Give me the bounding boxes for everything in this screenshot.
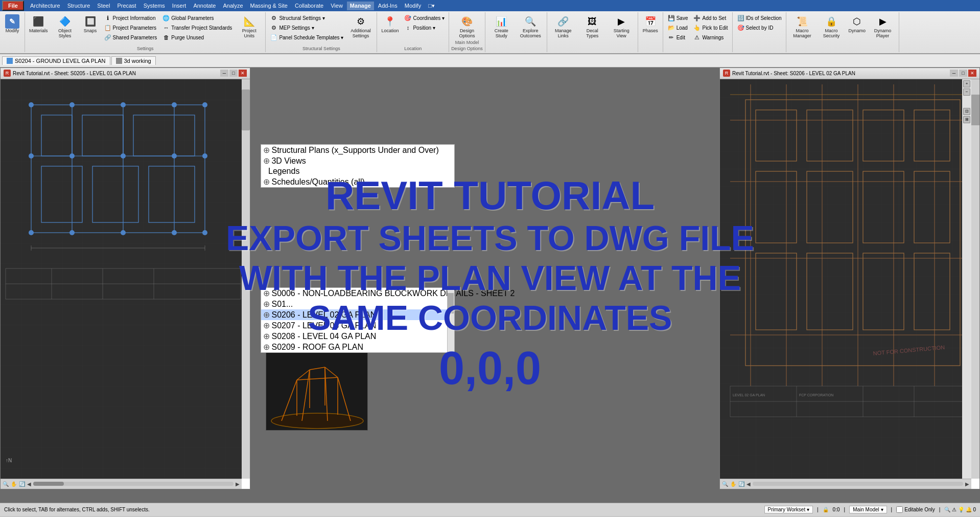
win-right-scroll-thumb[interactable]	[971, 95, 979, 125]
decal-types-button[interactable]: 🖼 Decal Types	[578, 13, 606, 40]
tree-s0006[interactable]: ⊕ S0006 - NON-LOADBEARING BLOCKWORK DETA…	[261, 288, 454, 299]
menu-modify[interactable]: Modify	[402, 2, 424, 10]
modify-label: Modify	[6, 29, 19, 34]
starting-view-button[interactable]: ▶ Starting View	[608, 13, 636, 40]
select-by-id-button[interactable]: 🎯 Select by ID	[735, 23, 784, 32]
menu-manage[interactable]: Manage	[347, 2, 374, 10]
menu-extra[interactable]: □▾	[425, 2, 438, 10]
dynamo-player-button[interactable]: ▶ Dynamo Player	[869, 13, 897, 40]
win-left-scrollbar-h[interactable]	[33, 482, 234, 486]
snaps-button[interactable]: 🔲 Snaps	[80, 13, 101, 35]
menu-analyze[interactable]: Analyze	[220, 2, 246, 10]
design-options-button[interactable]: 🎨 Design Options	[453, 13, 481, 40]
nav-orbit-icon[interactable]: 🔄	[19, 481, 25, 487]
project-units-button[interactable]: 📐 Project Units	[235, 13, 263, 40]
edit-button[interactable]: ✏ Edit	[665, 33, 690, 42]
menu-structure[interactable]: Structure	[64, 2, 94, 10]
additional-settings-button[interactable]: ⚙ Additional Settings	[346, 13, 375, 40]
tab-s0204[interactable]: S0204 - GROUND LEVEL GA PLAN	[2, 56, 110, 65]
vt-zoom-region[interactable]: ⊞	[963, 116, 970, 123]
tree-scrollbar[interactable]	[447, 288, 454, 352]
nav-right-zoom[interactable]: 🔍	[722, 481, 728, 487]
add-to-set-button[interactable]: ➕ Add to Set	[691, 13, 730, 23]
menu-precast[interactable]: Precast	[114, 2, 139, 10]
svg-point-17	[29, 230, 34, 235]
win-right-close[interactable]: ✕	[968, 70, 976, 77]
create-study-button[interactable]: 📊 Create Study	[487, 13, 516, 40]
menu-annotate[interactable]: Annotate	[190, 2, 219, 10]
menu-view[interactable]: View	[328, 2, 346, 10]
tree-s0209[interactable]: ⊕ S0209 - ROOF GA PLAN	[261, 342, 454, 352]
location-button[interactable]: 📍 Location	[379, 13, 401, 35]
vt-zoom-out[interactable]: −	[963, 88, 970, 96]
pick-to-edit-button[interactable]: 👆 Pick to Edit	[691, 23, 730, 32]
nav-right-left[interactable]: ◀	[746, 481, 751, 487]
tree-s0208[interactable]: ⊕ S0208 - LEVEL 04 GA PLAN	[261, 331, 454, 342]
tree-item-schedules[interactable]: ⊕ Schedules/Quantities (all)	[261, 176, 454, 187]
menu-architecture[interactable]: Architecture	[27, 2, 63, 10]
menu-systems[interactable]: Systems	[141, 2, 168, 10]
file-menu-button[interactable]: File	[2, 1, 24, 11]
workset-selector[interactable]: Primary Workset ▾	[764, 506, 813, 513]
menu-insert[interactable]: Insert	[169, 2, 190, 10]
mep-settings-button[interactable]: ⚙ MEP Settings ▾	[268, 23, 345, 32]
win-right-restore[interactable]: □	[959, 70, 967, 77]
modify-button[interactable]: ✎ Modify	[2, 13, 22, 35]
win-right-minimize[interactable]: ─	[950, 70, 958, 77]
save-button[interactable]: 💾 Save	[665, 13, 690, 23]
purge-unused-button[interactable]: 🗑 Purge Unused	[160, 33, 234, 42]
manage-links-button[interactable]: 🔗 Manage Links	[549, 13, 577, 40]
win-left-minimize[interactable]: ─	[220, 70, 228, 77]
position-button[interactable]: ↕ Position ▾	[402, 23, 447, 32]
macro-security-button[interactable]: 🔒 Macro Security	[818, 13, 846, 40]
nav-zoom-icon[interactable]: 🔍	[3, 481, 9, 487]
dynamo-button[interactable]: ⬡ Dynamo	[847, 13, 868, 35]
tree-scroll-thumb[interactable]	[448, 293, 454, 313]
tree-item-legends[interactable]: Legends	[261, 166, 454, 176]
nav-right-right[interactable]: ▶	[965, 481, 969, 487]
model-selector[interactable]: Main Model ▾	[849, 506, 886, 513]
shared-params-button[interactable]: 🔗 Shared Parameters	[102, 33, 159, 42]
tree-s0206[interactable]: ⊕ S0206 - LEVEL 02 GA PLAN	[261, 309, 454, 320]
coordinates-button[interactable]: 🎯 Coordinates ▾	[402, 13, 447, 23]
tree-s01[interactable]: ⊕ S01...	[261, 299, 454, 309]
menu-steel[interactable]: Steel	[94, 2, 113, 10]
nav-right-pan[interactable]: ✋	[730, 481, 736, 487]
project-info-button[interactable]: ℹ Project Information	[102, 13, 159, 23]
nav-right-orbit[interactable]: 🔄	[738, 481, 744, 487]
phases-button[interactable]: 📅 Phases	[640, 13, 661, 35]
panel-schedule-button[interactable]: 📄 Panel Schedule Templates ▾	[268, 33, 345, 42]
tree-item-3d-views[interactable]: ⊕ 3D Views	[261, 155, 454, 166]
panel-schedule-icon: 📄	[270, 33, 278, 41]
ribbon-col-project: ℹ Project Information 📋 Project Paramete…	[102, 13, 159, 42]
decal-types-label: Decal Types	[580, 29, 604, 39]
transfer-standards-button[interactable]: ↔ Transfer Project Standards	[160, 23, 234, 32]
tree-s0207[interactable]: ⊕ S0207 - LEVEL 03 GA PLAN	[261, 320, 454, 331]
ribbon-group-links: 🔗 Manage Links 🖼 Decal Types ▶ Starting …	[547, 12, 638, 52]
vt-fit[interactable]: ⊡	[963, 108, 970, 115]
load-button[interactable]: 📂 Load	[665, 23, 690, 32]
nav-left-arrow[interactable]: ◀	[27, 481, 31, 487]
macro-manager-button[interactable]: 📜 Macro Manager	[788, 13, 816, 40]
ids-of-selection-button[interactable]: 🔢 IDs of Selection	[735, 13, 784, 23]
nav-pan-icon[interactable]: ✋	[11, 481, 17, 487]
svg-point-16	[202, 102, 207, 107]
model-label: Main Model	[853, 507, 879, 512]
win-right-scrollbar-h[interactable]	[753, 482, 963, 486]
editable-only-checkbox[interactable]	[896, 506, 903, 513]
project-params-button[interactable]: 📋 Project Parameters	[102, 23, 159, 32]
structural-settings-button[interactable]: ⚙ Structural Settings ▾	[268, 13, 345, 23]
menu-collaborate[interactable]: Collaborate	[292, 2, 326, 10]
menu-massing[interactable]: Massing & Site	[247, 2, 291, 10]
object-styles-button[interactable]: 🔷 Object Styles	[51, 13, 79, 40]
win-right-scrollbar-v[interactable]	[971, 79, 979, 479]
explore-outcomes-button[interactable]: 🔍 Explore Outcomes	[517, 13, 545, 40]
tree-item-structural-plans[interactable]: ⊕ Structural Plans (x_Supports Under and…	[261, 145, 454, 155]
vt-zoom-in[interactable]: +	[963, 80, 970, 87]
win-left-scroll-thumb-h[interactable]	[33, 482, 64, 486]
warnings-button[interactable]: ⚠ Warnings	[691, 33, 730, 42]
menu-addins[interactable]: Add-Ins	[375, 2, 401, 10]
materials-button[interactable]: ⬛ Materials	[27, 13, 50, 35]
tab-3d-working[interactable]: 3d working	[111, 56, 156, 65]
global-params-button[interactable]: 🌐 Global Parameters	[160, 13, 234, 23]
